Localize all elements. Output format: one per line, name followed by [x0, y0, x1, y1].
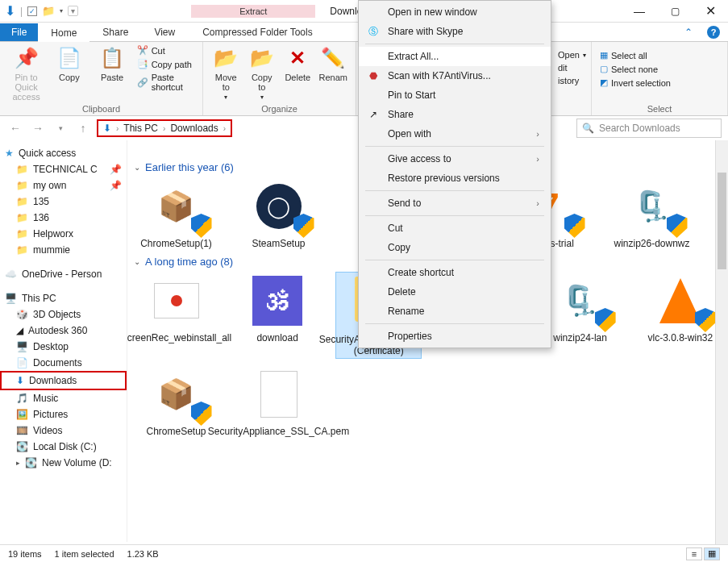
nav-thispc[interactable]: 🖥️This PC: [2, 290, 125, 306]
ctx-share-skype[interactable]: ⓈShare with Skype: [359, 22, 551, 41]
nav-desktop[interactable]: 🖥️Desktop: [2, 339, 125, 355]
winzip-icon: 🗜️: [620, 178, 684, 235]
file-item[interactable]: SecurityAppliance_SSL_CA.pem: [236, 366, 321, 437]
copy-button[interactable]: 📄Copy: [51, 45, 87, 82]
nav-folder[interactable]: 📁136: [2, 210, 125, 226]
file-item[interactable]: 🕉 download: [236, 273, 318, 358]
move-to-button[interactable]: 📂Move to▾: [211, 45, 241, 101]
view-large-icons-button[interactable]: ▦: [704, 547, 720, 560]
breadcrumb-thispc[interactable]: This PC: [123, 123, 158, 134]
rename-button[interactable]: ✏️Renam: [319, 45, 347, 82]
ctx-copy[interactable]: Copy: [359, 238, 551, 257]
nav-videos[interactable]: 🎞️Videos: [2, 423, 125, 439]
chevron-right-icon: ›: [536, 154, 539, 164]
file-item[interactable]: vlc-3.0.8-win32: [639, 273, 722, 358]
tab-file[interactable]: File: [0, 23, 38, 41]
tab-home[interactable]: Home: [38, 23, 89, 42]
delete-button[interactable]: ✕Delete: [283, 45, 313, 82]
edit-button[interactable]: dit: [558, 63, 583, 73]
nav-quick-access[interactable]: ★Quick access: [2, 145, 125, 161]
file-item[interactable]: ScreenRec_webinstall_all: [134, 273, 218, 358]
installer-icon: 📦: [144, 178, 209, 235]
open-button[interactable]: Open▾: [558, 50, 583, 60]
downloads-arrow-icon: ⬇: [103, 123, 111, 134]
history-button[interactable]: istory: [558, 76, 583, 85]
ctx-rename[interactable]: Rename: [359, 302, 551, 321]
file-item[interactable]: 📦 ChromeSetup(1): [134, 178, 218, 249]
select-none-button[interactable]: ▢Select none: [600, 64, 719, 74]
ctx-pin-start[interactable]: Pin to Start: [359, 85, 551, 105]
winzip-icon: 🗜️: [548, 273, 613, 329]
nav-local-disk[interactable]: 💽Local Disk (C:): [2, 439, 125, 455]
ctx-delete[interactable]: Delete: [359, 282, 551, 302]
ctx-give-access[interactable]: Give access to›: [359, 149, 551, 169]
close-button[interactable]: ✕: [693, 0, 728, 23]
ctx-properties[interactable]: Properties: [359, 327, 551, 346]
copy-to-button[interactable]: 📂Copy to▾: [248, 45, 277, 101]
maximize-button[interactable]: ▢: [657, 0, 693, 23]
invert-selection-button[interactable]: ◩Invert selection: [600, 77, 719, 88]
vertical-scrollbar[interactable]: [715, 140, 728, 544]
nav-folder[interactable]: 📁TECHNICAL C📌: [2, 161, 125, 177]
tab-compressed-tools[interactable]: Compressed Folder Tools: [188, 23, 327, 41]
nav-folder[interactable]: 📁mummie: [2, 242, 125, 258]
file-item[interactable]: 📦 ChromeSetup: [134, 366, 218, 437]
ctx-create-shortcut[interactable]: Create shortcut: [359, 263, 551, 282]
scrollbar-thumb[interactable]: [718, 173, 726, 269]
breadcrumb-downloads[interactable]: Downloads: [170, 123, 218, 134]
nav-downloads[interactable]: ⬇Downloads: [0, 371, 127, 390]
ctx-cut[interactable]: Cut: [359, 219, 551, 238]
paste-button[interactable]: 📋Paste: [94, 45, 130, 82]
view-details-button[interactable]: ≡: [686, 547, 702, 560]
file-item[interactable]: 🗜️ winzip26-downwz: [609, 178, 694, 249]
nav-folder[interactable]: 📁Helpworx: [2, 226, 125, 242]
nav-forward-button[interactable]: →: [29, 119, 47, 137]
qat-overflow[interactable]: ▾: [68, 6, 78, 16]
nav-back-button[interactable]: ←: [6, 119, 24, 137]
search-input[interactable]: 🔍 Search Downloads: [576, 119, 722, 138]
nav-3d-objects[interactable]: 🎲3D Objects: [2, 306, 125, 323]
nav-autodesk[interactable]: ◢Autodesk 360: [2, 323, 125, 339]
cut-button[interactable]: ✂️Cut: [137, 45, 194, 56]
qat-dropdown-icon[interactable]: ▾: [60, 7, 63, 15]
file-item[interactable]: ◯ SteamSetup: [236, 178, 321, 249]
folder-icon: 📁: [16, 164, 28, 175]
ctx-restore-versions[interactable]: Restore previous versions: [359, 169, 551, 188]
nav-pictures[interactable]: 🖼️Pictures: [2, 406, 125, 423]
disk-icon: 💽: [16, 441, 28, 452]
breadcrumb[interactable]: ⬇ › This PC › Downloads ›: [97, 119, 232, 137]
ctx-scan-k7[interactable]: ⬣Scan with K7AntiVirus...: [359, 66, 551, 85]
disk-icon: 💽: [25, 457, 37, 468]
nav-up-button[interactable]: ↑: [74, 119, 92, 137]
ctx-open-new-window[interactable]: Open in new window: [359, 2, 551, 22]
tab-share[interactable]: Share: [89, 23, 141, 41]
move-icon: 📂: [214, 45, 238, 71]
copy-path-button[interactable]: 📑Copy path: [137, 59, 194, 69]
contextual-tab-extract[interactable]: Extract: [191, 5, 315, 18]
status-item-count: 19 items: [8, 549, 42, 559]
minimize-button[interactable]: —: [622, 0, 657, 23]
status-size: 1.23 KB: [127, 549, 159, 559]
ctx-share[interactable]: ↗Share: [359, 105, 551, 124]
nav-music[interactable]: 🎵Music: [2, 390, 125, 406]
ribbon-collapse-icon[interactable]: ⌃: [678, 23, 699, 41]
ctx-open-with[interactable]: Open with›: [359, 124, 551, 144]
nav-onedrive[interactable]: ☁️OneDrive - Person: [2, 266, 125, 282]
select-all-button[interactable]: ▦Select all: [600, 50, 719, 60]
nav-documents[interactable]: 📄Documents: [2, 355, 125, 371]
chevron-right-icon: ›: [223, 124, 226, 133]
tab-view[interactable]: View: [141, 23, 188, 41]
qat-check-icon[interactable]: ✓: [27, 6, 37, 16]
chevron-right-icon: ›: [536, 198, 539, 208]
nav-recent-button[interactable]: ▾: [52, 119, 69, 137]
ctx-extract-all[interactable]: Extract All...: [359, 47, 551, 66]
paste-shortcut-button[interactable]: 🔗Paste shortcut: [137, 73, 194, 92]
nav-new-volume[interactable]: ▸💽New Volume (D:: [2, 455, 125, 471]
group-select-label: Select: [600, 104, 719, 114]
pin-quick-access-button[interactable]: 📌Pin to Quick access: [8, 45, 44, 102]
nav-folder[interactable]: 📁135: [2, 194, 125, 210]
navigation-pane[interactable]: ★Quick access 📁TECHNICAL C📌 📁my own📌 📁13…: [0, 140, 127, 542]
ctx-send-to[interactable]: Send to›: [359, 194, 551, 213]
help-button[interactable]: ?: [699, 26, 728, 39]
nav-folder[interactable]: 📁my own📌: [2, 177, 125, 194]
